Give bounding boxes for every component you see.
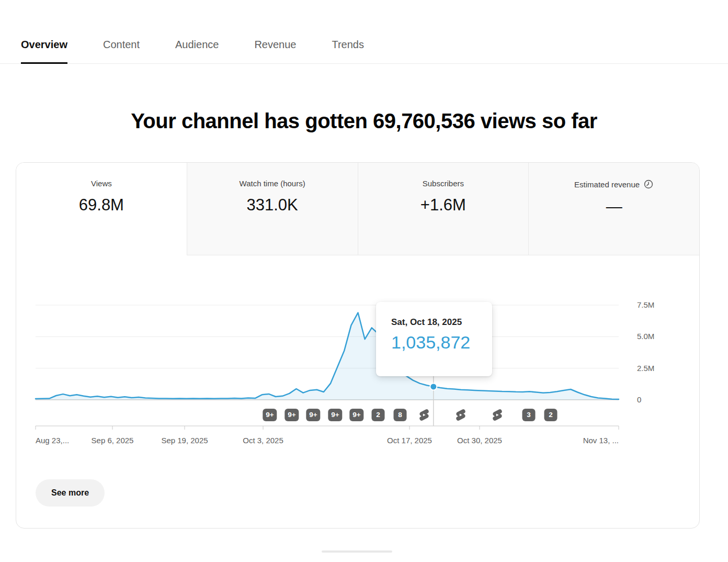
shorts-icon[interactable] (491, 408, 504, 422)
video-count-badge[interactable]: 9+ (328, 409, 342, 421)
chart-plot-area (16, 163, 699, 528)
x-axis-label: Sep 19, 2025 (145, 435, 224, 446)
video-count-badge[interactable]: 9+ (306, 409, 320, 421)
tab-revenue[interactable]: Revenue (254, 39, 296, 63)
tooltip-date: Sat, Oct 18, 2025 (391, 317, 492, 328)
video-count-badge[interactable]: 2 (544, 409, 558, 421)
y-axis-label: 0 (637, 395, 668, 405)
analytics-tab-bar: Overview Content Audience Revenue Trends (0, 0, 728, 64)
shorts-icon[interactable] (417, 408, 431, 422)
x-axis-label: Oct 3, 2025 (224, 435, 302, 446)
see-more-button[interactable]: See more (36, 479, 105, 507)
video-count-badge[interactable]: 8 (394, 409, 407, 421)
section-divider (322, 550, 392, 553)
tab-content[interactable]: Content (103, 39, 140, 63)
youtube-studio-analytics-page: Overview Content Audience Revenue Trends… (0, 0, 728, 562)
video-count-badge[interactable]: 3 (522, 409, 536, 421)
chart-highlight-dot (430, 383, 437, 390)
x-axis-label: Oct 30, 2025 (440, 435, 519, 446)
y-axis-label: 2.5M (637, 363, 668, 374)
tab-trends[interactable]: Trends (332, 39, 364, 63)
page-title: Your channel has gotten 69,760,536 views… (0, 109, 728, 133)
tooltip-value: 1,035,872 (391, 332, 492, 353)
video-count-badge[interactable]: 2 (372, 409, 385, 421)
video-count-badge[interactable]: 9+ (263, 409, 277, 421)
y-axis-label: 5.0M (637, 331, 668, 342)
x-axis-label: Sep 6, 2025 (73, 435, 152, 446)
tab-overview[interactable]: Overview (21, 39, 67, 63)
tab-audience[interactable]: Audience (175, 39, 219, 63)
x-axis-label: Nov 13, ... (540, 435, 619, 446)
views-line-series (36, 313, 619, 400)
x-axis-label: Oct 17, 2025 (370, 435, 449, 446)
video-count-badge[interactable]: 9+ (285, 409, 299, 421)
analytics-summary-card: Views 69.8M Watch time (hours) 331.0K Su… (16, 162, 700, 529)
video-count-badge[interactable]: 9+ (349, 409, 363, 421)
shorts-icon[interactable] (454, 408, 468, 422)
views-over-time-chart[interactable]: 7.5M5.0M2.5M0 Aug 23,...Sep 6, 2025Sep 1… (16, 163, 699, 528)
chart-tooltip: Sat, Oct 18, 2025 1,035,872 (376, 302, 492, 376)
y-axis-label: 7.5M (637, 300, 668, 310)
